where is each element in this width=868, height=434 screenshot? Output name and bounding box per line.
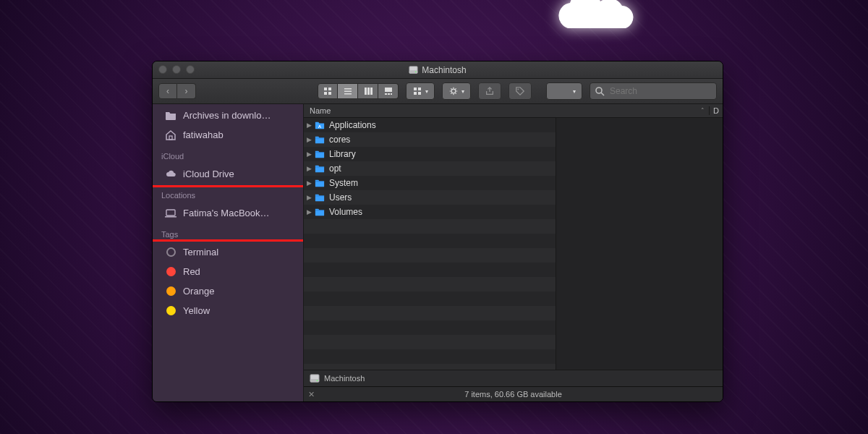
status-bar: ✕ 7 items, 60.66 GB available <box>304 386 723 401</box>
search-icon <box>595 86 605 96</box>
file-name: opt <box>329 163 556 174</box>
view-switcher <box>318 83 399 99</box>
file-name: Applications <box>329 120 556 130</box>
file-row[interactable]: ▶ Volumes T <box>304 205 556 219</box>
action-button[interactable]: ▾ <box>442 82 471 100</box>
sidebar-item-label: Yellow <box>183 305 210 316</box>
sidebar-item[interactable]: fatiwahab <box>153 125 303 145</box>
sidebar-item-label: Fatima's MacBook… <box>183 208 270 218</box>
traffic-lights[interactable] <box>158 65 195 74</box>
zoom-button[interactable] <box>186 65 195 74</box>
close-button[interactable] <box>158 65 167 74</box>
file-name: System <box>329 178 556 188</box>
disclosure-icon[interactable]: ▶ <box>304 122 314 129</box>
finder-window: Machintosh ‹ › ▾ ▾ ▾ <box>152 61 723 402</box>
sidebar-tag-item[interactable]: Red <box>153 262 303 281</box>
empty-row <box>304 234 556 248</box>
column-headers[interactable]: Name˄ D <box>304 104 723 118</box>
empty-row <box>304 219 556 234</box>
window-title: Machintosh <box>422 65 466 75</box>
tags-button[interactable] <box>509 82 532 100</box>
tag-color-icon <box>164 265 177 278</box>
sidebar-header-icloud: iCloud <box>153 146 303 163</box>
sidebar-tag-item[interactable]: Orange <box>153 281 303 301</box>
search-field[interactable] <box>590 82 717 100</box>
disclosure-icon[interactable]: ▶ <box>304 179 314 187</box>
sort-indicator-icon: ˄ <box>701 107 705 114</box>
disk-icon <box>310 373 320 383</box>
nav-buttons: ‹ › <box>158 83 196 99</box>
file-row[interactable]: ▶ Applications T <box>304 118 556 132</box>
sidebar-tag-item[interactable]: Terminal <box>153 242 303 262</box>
column-name[interactable]: Name˄ <box>304 106 709 115</box>
folder-icon <box>314 163 326 174</box>
view-gallery-button[interactable] <box>378 83 399 99</box>
status-close-icon[interactable]: ✕ <box>308 390 315 399</box>
sidebar-tag-item[interactable]: Yellow <box>153 301 303 320</box>
empty-row <box>304 320 556 335</box>
folder-icon <box>314 149 326 159</box>
search-input[interactable] <box>608 85 720 97</box>
empty-row <box>304 277 556 292</box>
disclosure-icon[interactable]: ▶ <box>304 208 314 216</box>
preview-pane <box>556 118 723 370</box>
file-row[interactable]: ▶ Library 1 <box>304 147 556 161</box>
sidebar-item-label: fatiwahab <box>183 129 224 140</box>
sidebar-item-label: iCloud Drive <box>183 169 234 179</box>
disk-icon <box>409 65 418 75</box>
sidebar-item[interactable]: Fatima's MacBook… <box>153 203 303 223</box>
minimize-button[interactable] <box>172 65 181 74</box>
sidebar-item-label: Terminal <box>183 247 218 258</box>
folder-icon <box>314 207 326 217</box>
empty-row <box>304 364 556 370</box>
titlebar[interactable]: Machintosh <box>153 61 723 79</box>
view-icons-button[interactable] <box>318 83 338 99</box>
folder-icon <box>314 192 326 203</box>
empty-row <box>304 263 556 277</box>
back-button[interactable]: ‹ <box>158 83 177 99</box>
toolbar: ‹ › ▾ ▾ ▾ <box>153 79 723 104</box>
empty-row <box>304 335 556 349</box>
folder-icon <box>314 178 326 188</box>
dropdown-button[interactable]: ▾ <box>546 82 582 100</box>
file-row[interactable]: ▶ Users 3 <box>304 190 556 205</box>
sidebar[interactable]: Archives in downlo… fatiwahab iCloud iCl… <box>153 104 304 401</box>
sidebar-header-tags: Tags <box>153 224 303 241</box>
file-row[interactable]: ▶ opt 0 <box>304 161 556 176</box>
view-list-button[interactable] <box>338 83 358 99</box>
view-columns-button[interactable] <box>358 83 378 99</box>
status-text: 7 items, 60.66 GB available <box>464 390 562 399</box>
tag-color-icon <box>164 285 177 298</box>
sidebar-item-label: Orange <box>183 286 214 297</box>
column-date[interactable]: D <box>709 106 723 115</box>
folder-icon <box>314 120 326 130</box>
weather-cloud-icon <box>550 0 644 35</box>
file-row[interactable]: ▶ System 3 <box>304 176 556 190</box>
path-item[interactable]: Machintosh <box>324 374 365 383</box>
forward-button[interactable]: › <box>177 83 196 99</box>
sidebar-header-locations: Locations <box>153 185 303 202</box>
file-name: Volumes <box>329 207 556 217</box>
sidebar-item[interactable]: iCloud Drive <box>153 164 303 184</box>
desktop: Machintosh ‹ › ▾ ▾ ▾ <box>0 0 868 434</box>
cloud-icon <box>164 168 177 181</box>
disclosure-icon[interactable]: ▶ <box>304 165 314 172</box>
home-icon <box>164 129 177 142</box>
disclosure-icon[interactable]: ▶ <box>304 150 314 158</box>
file-name: Library <box>329 149 556 159</box>
empty-row <box>304 292 556 306</box>
folder-icon <box>314 135 326 145</box>
file-row[interactable]: ▶ cores 0 <box>304 132 556 147</box>
sidebar-item[interactable]: Archives in downlo… <box>153 106 303 125</box>
tag-color-icon <box>164 305 177 318</box>
group-button[interactable]: ▾ <box>406 82 435 100</box>
empty-row <box>304 306 556 320</box>
disclosure-icon[interactable]: ▶ <box>304 194 314 201</box>
disclosure-icon[interactable]: ▶ <box>304 136 314 143</box>
sidebar-item-label: Red <box>183 266 200 277</box>
path-bar[interactable]: Machintosh <box>304 370 723 386</box>
file-list[interactable]: ▶ Applications T ▶ cores 0 ▶ Library 1 ▶… <box>304 118 556 370</box>
folder-icon <box>164 109 177 122</box>
share-button[interactable] <box>478 82 501 100</box>
empty-row <box>304 248 556 263</box>
